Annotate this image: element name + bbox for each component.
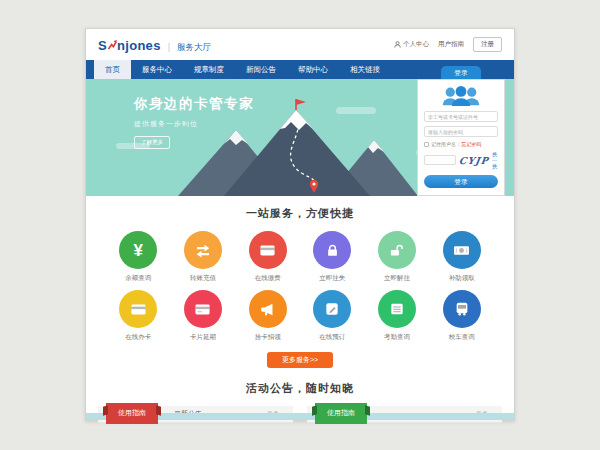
service-online-booking[interactable]: 在线预订 xyxy=(300,290,365,342)
captcha-row: CYJP 换一换 xyxy=(424,151,498,169)
hero-cta-button[interactable]: 了解更多 xyxy=(134,136,170,149)
login-options: 记住用户名 | 忘记密码 xyxy=(424,141,498,147)
lock-icon xyxy=(325,243,340,258)
nav-item-help[interactable]: 帮助中心 xyxy=(287,60,339,79)
service-online-card-apply[interactable]: 在线办卡 xyxy=(106,290,171,342)
nav-item-links[interactable]: 相关链接 xyxy=(339,60,391,79)
tab-usage-guide-right[interactable]: 使用指南 xyxy=(315,403,367,424)
nav-item-home[interactable]: 首页 xyxy=(94,60,131,79)
service-card-extension[interactable]: 卡片延期 xyxy=(171,290,236,342)
service-online-payment[interactable]: 在线缴费 xyxy=(235,231,300,283)
site-header: S njones | 服务大厅 个人中心 用户指南 注册 xyxy=(86,29,514,60)
service-transfer-recharge[interactable]: 转账充值 xyxy=(171,231,236,283)
header-right: 个人中心 用户指南 注册 xyxy=(394,37,502,52)
logo: S njones | 服务大厅 xyxy=(98,36,211,54)
captcha-input[interactable] xyxy=(424,155,456,165)
service-report-loss[interactable]: 立即挂失 xyxy=(300,231,365,283)
card-icon xyxy=(259,242,276,259)
login-panel: 登录 记住用户名 | 忘记密码 CYJP 换一换 xyxy=(417,66,505,196)
nav-item-news[interactable]: 新闻公告 xyxy=(235,60,287,79)
service-attendance-inquiry[interactable]: 考勤查询 xyxy=(365,290,430,342)
hero-title: 你身边的卡管专家 xyxy=(134,95,254,113)
header-divider: | xyxy=(168,42,170,52)
login-card: 记住用户名 | 忘记密码 CYJP 换一换 登录 xyxy=(417,79,505,196)
users-icon xyxy=(438,85,484,107)
megaphone-icon xyxy=(259,301,276,318)
bus-icon xyxy=(454,301,470,317)
service-school-bus-inquiry[interactable]: 校车查询 xyxy=(429,290,494,342)
user-icon xyxy=(394,41,401,49)
tab-usage-guide-left[interactable]: 使用指南 xyxy=(106,403,158,424)
transfer-icon xyxy=(194,241,212,259)
service-lost-card-claim[interactable]: 拾卡招领 xyxy=(235,290,300,342)
hero-banner: 你身边的卡管专家 提供服务一步到位 了解更多 登录 记住用户名 | 忘记密码 xyxy=(86,79,514,196)
portal-name: 服务大厅 xyxy=(177,42,211,54)
login-tab[interactable]: 登录 xyxy=(441,66,481,79)
captcha-refresh-link[interactable]: 换一换 xyxy=(492,151,498,169)
remember-label: 记住用户名 xyxy=(431,141,456,147)
services-grid: ¥ 余额查询 转账充值 xyxy=(86,231,514,342)
username-input[interactable] xyxy=(424,111,498,122)
options-separator: | xyxy=(458,141,459,147)
card-icon xyxy=(194,301,211,318)
banknote-icon xyxy=(453,242,470,259)
nav-item-service-center[interactable]: 服务中心 xyxy=(131,60,183,79)
page: S njones | 服务大厅 个人中心 用户指南 注册 首页 服务中心 规章制… xyxy=(85,28,515,421)
hero-copy: 你身边的卡管专家 提供服务一步到位 了解更多 xyxy=(134,95,254,149)
login-submit-button[interactable]: 登录 xyxy=(424,175,498,188)
service-subsidy-collect[interactable]: 补助领取 xyxy=(429,231,494,283)
nav-item-rules[interactable]: 规章制度 xyxy=(183,60,235,79)
edit-icon xyxy=(324,301,340,317)
logo-arrow-icon xyxy=(108,36,117,54)
card-icon xyxy=(130,301,147,318)
service-cancel-loss[interactable]: 立即解挂 xyxy=(365,231,430,283)
remember-checkbox[interactable] xyxy=(424,142,429,147)
password-input[interactable] xyxy=(424,126,498,137)
services-section: 一站服务，方便快捷 ¥ 余额查询 转账充值 xyxy=(86,196,514,368)
more-services-button[interactable]: 更多服务>> xyxy=(267,352,333,368)
services-title: 一站服务，方便快捷 xyxy=(86,206,514,221)
hero-subtitle: 提供服务一步到位 xyxy=(134,119,254,129)
service-balance-inquiry[interactable]: ¥ 余额查询 xyxy=(106,231,171,283)
personal-center-label: 个人中心 xyxy=(403,40,429,49)
user-guide-link[interactable]: 用户指南 xyxy=(438,40,464,49)
list-icon xyxy=(389,301,405,317)
unlock-icon xyxy=(389,243,404,258)
personal-center-link[interactable]: 个人中心 xyxy=(394,40,429,49)
user-guide-label: 用户指南 xyxy=(438,40,464,49)
yuan-icon: ¥ xyxy=(134,242,143,259)
register-button[interactable]: 注册 xyxy=(473,37,502,52)
announcements-title: 活动公告，随时知晓 xyxy=(86,381,514,396)
captcha-image[interactable]: CYJP xyxy=(458,155,490,166)
forgot-password-link[interactable]: 忘记密码 xyxy=(461,141,481,147)
brand-text-rest: njones xyxy=(117,38,161,53)
brand-text-s: S xyxy=(98,38,107,53)
flag-icon xyxy=(296,99,306,105)
